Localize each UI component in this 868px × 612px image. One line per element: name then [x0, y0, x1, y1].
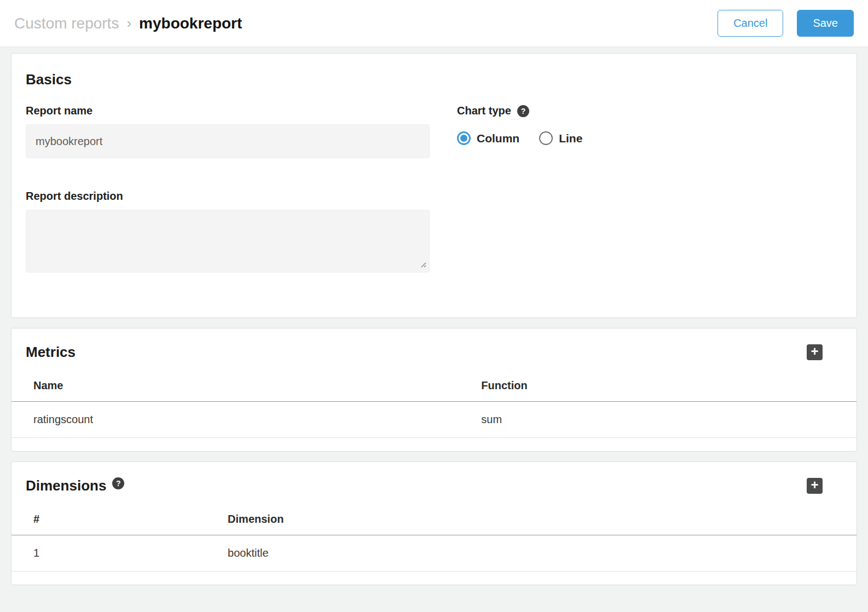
dimensions-header-row: # Dimension: [11, 506, 857, 535]
chart-type-column-radio[interactable]: Column: [457, 131, 519, 145]
chart-type-radio-group: Column Line: [457, 131, 842, 145]
metrics-col-name: Name: [11, 373, 459, 402]
dimension-index-cell: 1: [11, 535, 206, 571]
radio-label-line: Line: [559, 132, 582, 145]
dimensions-title-row: Dimensions ?: [26, 477, 124, 494]
metrics-table: Name Function ratingscount sum: [11, 373, 857, 438]
metric-name-cell: ratingscount: [11, 402, 459, 438]
report-name-label: Report name: [26, 105, 430, 117]
header-actions: Cancel Save: [717, 10, 854, 37]
help-icon[interactable]: ?: [112, 477, 124, 489]
chart-type-line-radio[interactable]: Line: [539, 131, 582, 145]
main-content: Basics Report name Report description: [0, 47, 868, 593]
dimensions-col-index: #: [11, 506, 206, 535]
table-row[interactable]: ratingscount sum: [11, 402, 857, 438]
metrics-card-head: Metrics +: [11, 328, 857, 361]
cancel-button[interactable]: Cancel: [717, 10, 783, 37]
table-row[interactable]: 1 booktitle: [11, 535, 857, 571]
dimensions-title: Dimensions: [26, 477, 106, 494]
report-name-input[interactable]: [26, 124, 430, 158]
dimensions-card-head: Dimensions ? +: [11, 462, 857, 494]
breadcrumb: Custom reports › mybookreport: [14, 15, 242, 32]
add-dimension-button[interactable]: +: [807, 478, 823, 494]
report-description-input[interactable]: [26, 210, 430, 273]
report-description-label: Report description: [26, 190, 430, 203]
radio-selected-icon: [457, 131, 471, 145]
report-description-wrap: [26, 210, 430, 275]
metric-function-cell: sum: [459, 402, 857, 438]
dimensions-card: Dimensions ? + # Dimension 1 booktitle: [11, 461, 857, 585]
basics-left-column: Report name Report description: [26, 105, 430, 275]
radio-label-column: Column: [477, 132, 519, 145]
add-metric-button[interactable]: +: [807, 344, 823, 360]
save-button[interactable]: Save: [797, 10, 854, 37]
help-icon[interactable]: ?: [517, 105, 529, 117]
chart-type-label-row: Chart type ?: [457, 105, 842, 117]
chart-type-label: Chart type: [457, 105, 511, 117]
metrics-card: Metrics + Name Function ratingscount sum: [11, 328, 857, 452]
top-bar: Custom reports › mybookreport Cancel Sav…: [0, 0, 868, 47]
basics-title: Basics: [26, 71, 842, 88]
dimensions-table: # Dimension 1 booktitle: [11, 506, 857, 571]
basics-right-column: Chart type ? Column Line: [457, 105, 842, 275]
breadcrumb-parent-link[interactable]: Custom reports: [14, 15, 119, 32]
basics-card: Basics Report name Report description: [11, 53, 857, 318]
breadcrumb-current: mybookreport: [139, 15, 242, 32]
metrics-title: Metrics: [26, 344, 76, 361]
chevron-right-icon: ›: [126, 15, 131, 32]
basics-grid: Report name Report description Chart typ…: [26, 105, 842, 275]
resize-handle-icon[interactable]: [419, 261, 427, 270]
metrics-header-row: Name Function: [11, 373, 857, 402]
dimensions-col-dimension: Dimension: [206, 506, 857, 535]
radio-unselected-icon: [539, 131, 553, 145]
metrics-col-function: Function: [459, 373, 857, 402]
dimension-name-cell: booktitle: [206, 535, 857, 571]
